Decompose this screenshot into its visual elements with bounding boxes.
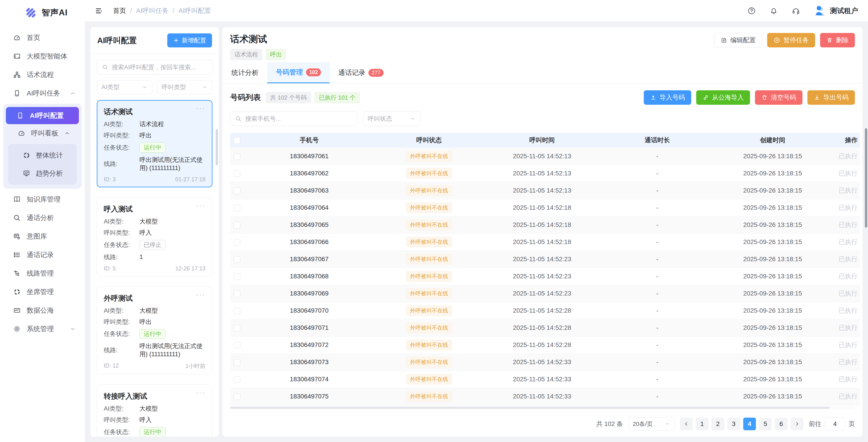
sidebar-item-knowledge-base[interactable]: 知识库管理 — [0, 190, 85, 209]
row-checkbox[interactable] — [234, 394, 240, 400]
table-row: 18306497074 外呼被叫不在线 2025-11-05 14:52:33 … — [230, 371, 860, 388]
row-checkbox[interactable] — [234, 291, 240, 297]
page-size-select[interactable]: 20条/页 — [628, 417, 675, 431]
sidebar-item-script-flow[interactable]: 话术流程 — [0, 65, 85, 84]
breadcrumb-task[interactable]: AI呼叫任务 — [136, 6, 168, 15]
sidebar-item-llm-agent[interactable]: 大模型智能体 — [0, 47, 85, 65]
ellipsis-menu-icon[interactable]: ··· — [196, 203, 206, 207]
sidebar-item-call-records[interactable]: 通话记录 — [0, 246, 85, 264]
cell-duration: - — [601, 216, 714, 233]
page-number-button[interactable]: 1 — [696, 418, 708, 430]
card-time: 01-27 17:18 — [176, 176, 206, 183]
config-list-scrollbar[interactable] — [216, 129, 218, 165]
bell-icon[interactable] — [770, 6, 778, 15]
ellipsis-menu-icon[interactable]: ··· — [196, 390, 206, 395]
row-checkbox[interactable] — [234, 205, 240, 211]
number-table: 手机号 呼叫状态 呼叫时间 通话时长 创建时间 操作 — [230, 133, 860, 405]
status-badge: 运行中 — [140, 427, 166, 437]
cell-action-executed: 已执行 — [831, 182, 860, 199]
cell-phone: 18306497068 — [244, 268, 375, 285]
trash-icon — [827, 37, 833, 43]
cell-duration: - — [601, 182, 714, 199]
cell-call-time: 2025-11-05 14:52:13 — [483, 165, 601, 182]
call-status-badge: 外呼被叫不在线 — [406, 254, 452, 264]
row-checkbox[interactable] — [234, 325, 240, 331]
sidebar-item-trend-analysis[interactable]: 趋势分析 — [8, 164, 76, 182]
card-call-type-label: 呼叫类型: — [104, 416, 140, 424]
sidebar-item-data-pool[interactable]: 数据公海 — [0, 301, 85, 320]
sidebar-item-line-management[interactable]: 线路管理 — [0, 264, 85, 283]
breadcrumb-home[interactable]: 首页 — [113, 6, 126, 15]
import-numbers-button[interactable]: 导入号码 — [644, 90, 691, 105]
row-checkbox[interactable] — [234, 170, 240, 177]
config-card[interactable]: 呼入测试 ··· AI类型: 大模型 呼叫类型: 呼入 — [97, 197, 213, 276]
sidebar-item-system-management[interactable]: 系统管理 — [0, 320, 85, 338]
sidebar-item-call-analysis[interactable]: 通话分析 — [0, 209, 85, 227]
delete-button[interactable]: 删除 — [820, 33, 855, 47]
goto-page-input[interactable] — [825, 417, 845, 431]
table-row: 18306497070 外呼被叫不在线 2025-11-05 14:52:28 … — [230, 302, 860, 319]
cell-created: 2025-09-26 13:18:15 — [714, 199, 831, 216]
page-number-button[interactable]: 4 — [743, 418, 756, 430]
call-type-select[interactable]: 呼叫类型 — [157, 80, 213, 94]
call-status-select[interactable]: 呼叫状态 — [363, 111, 421, 126]
tab-number-management[interactable]: 号码管理 102 — [267, 62, 330, 83]
help-icon[interactable] — [747, 6, 756, 15]
add-config-button[interactable]: 新增配置 — [167, 33, 212, 47]
config-card[interactable]: 转接呼入测试 ··· AI类型: 大模型 呼叫类型: 呼入 — [97, 384, 213, 437]
sidebar-item-call-dashboard[interactable]: 呼叫看板 — [6, 124, 79, 142]
row-checkbox[interactable] — [234, 153, 240, 160]
sidebar-item-intent-library[interactable]: 意图库 — [0, 227, 85, 246]
row-checkbox[interactable] — [234, 376, 240, 383]
edit-config-button[interactable]: 编辑配置 — [714, 33, 762, 47]
number-table-body: 18306497061 外呼被叫不在线 2025-11-05 14:52:13 … — [230, 148, 860, 405]
tab-stats[interactable]: 统计分析 — [223, 62, 267, 83]
tenant-menu[interactable]: 测试租户 — [814, 5, 858, 17]
export-numbers-button[interactable]: 导出号码 — [807, 90, 855, 105]
page-number-button[interactable]: 6 — [775, 418, 787, 430]
row-checkbox[interactable] — [234, 188, 240, 194]
sidebar-item-ai-call-config[interactable]: AI呼叫配置 — [6, 107, 79, 124]
row-checkbox[interactable] — [234, 239, 240, 246]
row-checkbox[interactable] — [234, 308, 240, 314]
page-number-button[interactable]: 3 — [727, 418, 740, 430]
phone-search-input[interactable] — [245, 115, 352, 122]
page-number-button[interactable]: 2 — [712, 418, 724, 430]
row-checkbox[interactable] — [234, 256, 240, 263]
ai-type-select[interactable]: AI类型 — [97, 80, 152, 94]
cell-created: 2025-09-26 13:18:15 — [714, 388, 831, 405]
sidebar-item-label: 趋势分析 — [36, 169, 63, 178]
ellipsis-menu-icon[interactable]: ··· — [196, 106, 206, 110]
row-checkbox[interactable] — [234, 273, 240, 280]
select-all-checkbox[interactable] — [234, 137, 240, 144]
tab-call-records[interactable]: 通话记录 277 — [330, 62, 392, 83]
call-status-badge: 外呼被叫不在线 — [406, 219, 452, 230]
sidebar-item-ai-call-task[interactable]: AI呼叫任务 — [0, 84, 85, 102]
ellipsis-menu-icon[interactable]: ··· — [196, 292, 206, 297]
cell-duration: - — [601, 268, 714, 285]
next-page-button[interactable] — [791, 418, 803, 430]
row-checkbox[interactable] — [234, 222, 240, 229]
sidebar-collapse-icon[interactable] — [95, 7, 103, 15]
download-icon — [814, 94, 820, 101]
sidebar-item-home[interactable]: 首页 — [0, 28, 85, 47]
config-card[interactable]: 话术测试 ··· AI类型: 话术流程 呼叫类型: 呼出 — [97, 100, 213, 188]
pause-task-button[interactable]: 暂停任务 — [767, 33, 815, 47]
config-card[interactable]: 外呼测试 ··· AI类型: 大模型 呼叫类型: 呼出 — [97, 286, 213, 375]
pause-icon — [774, 37, 780, 43]
page-scrollbar[interactable] — [865, 128, 867, 228]
prev-page-button[interactable] — [680, 418, 692, 430]
headset-icon[interactable] — [792, 6, 800, 15]
column-header-call-time: 呼叫时间 — [483, 133, 601, 148]
import-from-pool-button[interactable]: 从公海导入 — [696, 90, 750, 105]
page-number-button[interactable]: 5 — [759, 418, 772, 430]
sidebar-item-seat-management[interactable]: 坐席管理 — [0, 283, 85, 301]
phone-icon — [16, 112, 24, 120]
table-horizontal-scrollbar[interactable] — [230, 406, 855, 409]
clear-numbers-button[interactable]: 清空号码 — [755, 90, 802, 105]
breadcrumb-config[interactable]: AI呼叫配置 — [179, 6, 211, 15]
row-checkbox[interactable] — [234, 359, 240, 366]
row-checkbox[interactable] — [234, 342, 240, 348]
config-search-input[interactable] — [112, 64, 207, 71]
sidebar-item-overall-stats[interactable]: 整体统计 — [8, 146, 76, 164]
